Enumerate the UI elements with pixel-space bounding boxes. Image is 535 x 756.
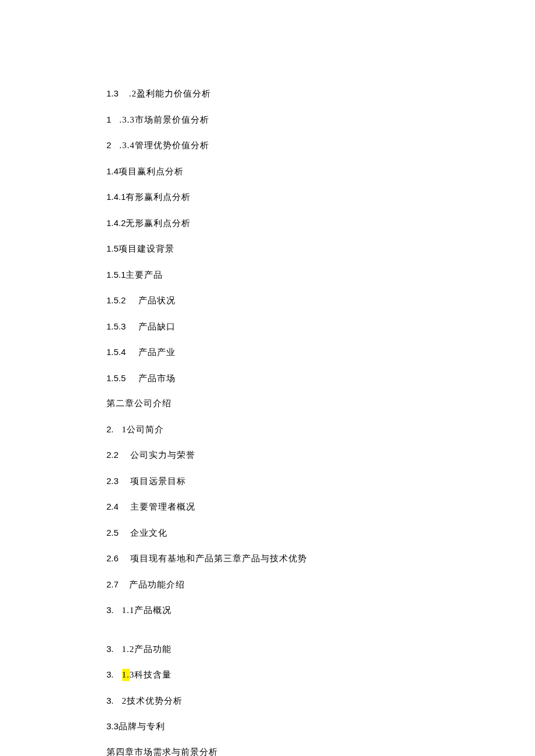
entry-text: 2技术优势分析 [122, 696, 183, 705]
toc-entry: 1.5项目建设背景 [106, 242, 535, 255]
toc-entry: 3.1.3科技含量 [106, 668, 535, 681]
entry-number: 3.3 [106, 721, 119, 731]
toc-entry: 1.5.4产品产业 [106, 346, 535, 359]
entry-text: 1.2产品功能 [122, 644, 172, 654]
entry-text: 企业文化 [130, 528, 167, 538]
toc-entry: 2.4主要管理者概况 [106, 500, 535, 513]
entry-text: 项目远景目标 [130, 476, 186, 486]
toc-entry: 1.5.2产品状况 [106, 294, 535, 307]
entry-text: 项目现有基地和产品第三章产品与技术优势 [130, 554, 307, 563]
entry-text: 公司实力与荣誉 [130, 450, 195, 460]
toc-entry: 3.2技术优势分析 [106, 694, 535, 707]
entry-text: 无形赢利点分析 [126, 218, 191, 228]
entry-text: 产品产业 [138, 347, 176, 357]
toc-entry: 3.3品牌与专利 [106, 720, 535, 733]
entry-text: .3.4管理优势价值分析 [119, 141, 209, 150]
blank-line [106, 630, 535, 643]
toc-entry: 3.1.1产品概况 [106, 604, 535, 617]
entry-number: 1.4 [106, 166, 119, 176]
entry-text: .3.3市场前景价值分析 [119, 115, 209, 124]
entry-number: 1.5.3 [106, 321, 126, 331]
toc-entry: 1.5.1主要产品 [106, 268, 535, 281]
entry-number: 3. [106, 669, 114, 679]
entry-text: 产品功能介绍 [129, 580, 185, 589]
entry-text: 项目建设背景 [119, 244, 174, 253]
entry-text: 产品市场 [138, 374, 176, 383]
entry-number: 2.6 [106, 553, 119, 563]
toc-entry: 2.6项目现有基地和产品第三章产品与技术优势 [106, 552, 535, 565]
toc-entry: 1.4.1有形赢利点分析 [106, 191, 535, 203]
entry-text: 3科技含量 [130, 670, 172, 679]
toc-entry: 3.1.2产品功能 [106, 643, 535, 655]
entry-number: 1.5 [106, 243, 119, 253]
entry-number: 2.4 [106, 501, 119, 511]
entry-text: 1.1产品概况 [122, 605, 172, 615]
entry-number: 2.2 [106, 450, 119, 460]
toc-entry: 1.5.3产品缺口 [106, 320, 535, 333]
entry-number: 1.5.2 [106, 295, 126, 305]
toc-entry: 第二章公司介绍 [106, 397, 535, 410]
entry-number: 1.4.2 [106, 218, 126, 228]
entry-number: 1.5.5 [106, 373, 126, 383]
entry-number: 2 [106, 140, 111, 150]
toc-entry: 1.3.3市场前景价值分析 [106, 113, 535, 126]
entry-text: 产品状况 [138, 296, 176, 305]
entry-number: 2. [106, 424, 114, 434]
toc-entry: 1.5.5产品市场 [106, 372, 535, 385]
toc-entry: 2.3项目远景目标 [106, 475, 535, 488]
entry-number: 1.4.1 [106, 192, 126, 202]
highlighted-text: 1. [122, 669, 130, 681]
entry-text: 项目赢利点分析 [119, 167, 184, 176]
entry-text: 第四章市场需求与前景分析 [106, 747, 218, 757]
entry-text: 1公司简介 [122, 425, 165, 434]
toc-entry: 1.4.2无形赢利点分析 [106, 217, 535, 230]
toc-entry: 1.4项目赢利点分析 [106, 165, 535, 178]
entry-number: 2.3 [106, 476, 119, 486]
entry-text: 第二章公司介绍 [106, 399, 172, 408]
toc-entry: 2.3.4管理优势价值分析 [106, 139, 535, 152]
toc-entry: 2.7产品功能介绍 [106, 578, 535, 591]
entry-text: .2盈利能力价值分析 [129, 89, 211, 98]
entry-text: 有形赢利点分析 [126, 192, 191, 202]
entry-text: 主要产品 [126, 270, 163, 280]
toc-entry: 2.5企业文化 [106, 526, 535, 539]
entry-number: 1.3 [106, 88, 119, 98]
entry-number: 1.5.4 [106, 347, 126, 357]
entry-text: 产品缺口 [138, 322, 176, 331]
entry-number: 3. [106, 696, 114, 705]
entry-text: 品牌与专利 [119, 722, 165, 731]
toc-entry: 2.1公司简介 [106, 423, 535, 436]
document-content: 1.3.2盈利能力价值分析1.3.3市场前景价值分析2.3.4管理优势价值分析1… [106, 87, 535, 756]
entry-number: 3. [106, 644, 114, 654]
entry-number: 2.5 [106, 528, 119, 538]
entry-number: 1 [106, 114, 111, 124]
entry-text: 主要管理者概况 [130, 502, 195, 511]
toc-entry: 1.3.2盈利能力价值分析 [106, 87, 535, 100]
toc-entry: 第四章市场需求与前景分析 [106, 746, 535, 757]
entry-number: 1.5.1 [106, 270, 126, 280]
entry-number: 2.7 [106, 579, 119, 589]
entry-number: 3. [106, 605, 114, 615]
toc-entry: 2.2公司实力与荣誉 [106, 449, 535, 461]
